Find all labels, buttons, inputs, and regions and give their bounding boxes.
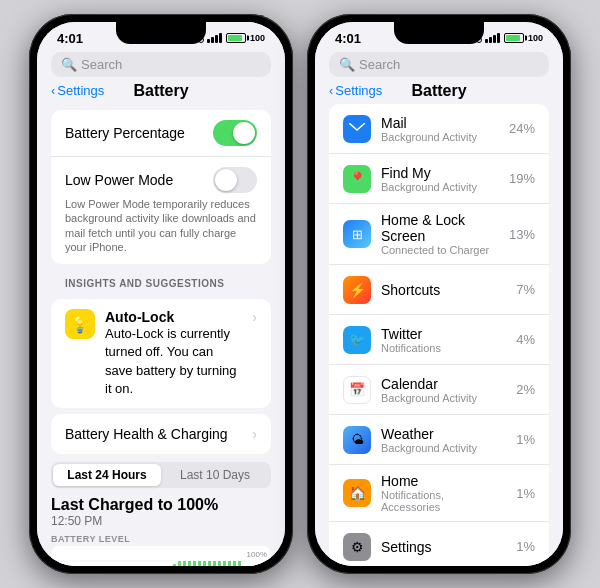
twitter-sub: Notifications <box>381 342 497 354</box>
mail-pct: 24% <box>507 121 535 136</box>
svg-rect-30 <box>188 561 191 566</box>
right-battery-icon <box>504 33 524 43</box>
right-battery-label: 100 <box>528 33 543 43</box>
app-usage-list: Mail Background Activity 24% 📍 Find My B… <box>329 104 549 566</box>
svg-rect-4 <box>58 564 61 566</box>
low-power-desc: Low Power Mode temporarily reduces backg… <box>65 197 257 254</box>
twitter-info: Twitter Notifications <box>381 326 497 354</box>
wifi-icon <box>198 33 222 43</box>
right-search-area: 🔍 Search <box>315 50 563 83</box>
battery-health-row[interactable]: Battery Health & Charging › <box>51 414 271 454</box>
mail-icon <box>343 115 371 143</box>
homelock-info: Home & Lock Screen Connected to Charger <box>381 212 497 256</box>
time-tabs: Last 24 Hours Last 10 Days <box>51 462 271 488</box>
right-status-bar: 4:01 SOS 100 <box>315 22 563 50</box>
low-power-toggle[interactable] <box>213 167 257 193</box>
svg-rect-28 <box>178 561 181 566</box>
list-item[interactable]: 📅 Calendar Background Activity 2% <box>329 365 549 415</box>
svg-rect-27 <box>173 564 176 566</box>
findmy-name: Find My <box>381 165 497 181</box>
findmy-info: Find My Background Activity <box>381 165 497 193</box>
settings-info: Settings <box>381 539 497 555</box>
svg-rect-32 <box>198 561 201 566</box>
right-search-bar[interactable]: 🔍 Search <box>329 52 549 77</box>
svg-rect-33 <box>203 561 206 566</box>
svg-rect-34 <box>208 561 211 566</box>
settings-icon: ⚙ <box>343 533 371 561</box>
battery-icon <box>226 33 246 43</box>
twitter-icon: 🐦 <box>343 326 371 354</box>
list-item[interactable]: ⚙ Settings 1% <box>329 522 549 566</box>
calendar-name: Calendar <box>381 376 497 392</box>
list-item[interactable]: ⊞ Home & Lock Screen Connected to Charge… <box>329 204 549 265</box>
left-back-button[interactable]: ‹ Settings <box>51 83 104 98</box>
calendar-icon: 📅 <box>343 376 371 404</box>
right-search-placeholder: Search <box>359 57 400 72</box>
right-back-button[interactable]: ‹ Settings <box>329 83 382 98</box>
right-page-content: Mail Background Activity 24% 📍 Find My B… <box>315 104 563 566</box>
autolock-desc: Auto-Lock is currently turned off. You c… <box>105 325 242 398</box>
tab-24h[interactable]: Last 24 Hours <box>53 464 161 486</box>
right-nav: ‹ Settings Battery <box>315 83 563 104</box>
right-time: 4:01 <box>335 31 361 46</box>
svg-rect-38 <box>228 561 231 566</box>
autolock-group: 💡 Auto-Lock Auto-Lock is currently turne… <box>51 299 271 408</box>
home-name: Home <box>381 473 497 489</box>
mail-name: Mail <box>381 115 497 131</box>
shortcuts-name: Shortcuts <box>381 282 497 298</box>
right-wifi-icon <box>476 33 500 43</box>
settings-pct: 1% <box>507 539 535 554</box>
search-icon: 🔍 <box>61 57 77 72</box>
battery-health-group: Battery Health & Charging › <box>51 414 271 454</box>
svg-rect-40 <box>238 561 241 566</box>
svg-rect-37 <box>223 561 226 566</box>
weather-icon: 🌤 <box>343 426 371 454</box>
list-item[interactable]: 🏠 Home Notifications, Accessories 1% <box>329 465 549 522</box>
tab-10d[interactable]: Last 10 Days <box>161 464 269 486</box>
left-back-label: Settings <box>57 83 104 98</box>
list-item[interactable]: 📍 Find My Background Activity 19% <box>329 154 549 204</box>
calendar-sub: Background Activity <box>381 392 497 404</box>
list-item[interactable]: 🌤 Weather Background Activity 1% <box>329 415 549 465</box>
autolock-row[interactable]: 💡 Auto-Lock Auto-Lock is currently turne… <box>51 299 271 408</box>
findmy-icon: 📍 <box>343 165 371 193</box>
list-item[interactable]: 🐦 Twitter Notifications 4% <box>329 315 549 365</box>
battery-percentage-row: Battery Percentage <box>51 110 271 157</box>
battery-health-chevron: › <box>252 426 257 442</box>
right-back-label: Settings <box>335 83 382 98</box>
left-search-bar[interactable]: 🔍 Search <box>51 52 271 77</box>
battery-chart: 100% 50% 0% <box>51 546 271 566</box>
settings-app-name: Settings <box>381 539 497 555</box>
home-icon: 🏠 <box>343 479 371 507</box>
charge-title: Last Charged to 100% <box>51 496 271 514</box>
charge-time: 12:50 PM <box>51 514 271 528</box>
right-sos-label: SOS <box>451 33 472 44</box>
list-item[interactable]: ⚡ Shortcuts 7% <box>329 265 549 315</box>
findmy-pct: 19% <box>507 171 535 186</box>
shortcuts-pct: 7% <box>507 282 535 297</box>
svg-rect-36 <box>218 561 221 566</box>
right-page-title: Battery <box>411 82 466 100</box>
battery-label: 100 <box>250 33 265 43</box>
left-search-area: 🔍 Search <box>37 50 285 83</box>
left-status-right: SOS 100 <box>173 33 265 44</box>
charge-info: Last Charged to 100% 12:50 PM <box>37 492 285 530</box>
list-item[interactable]: Mail Background Activity 24% <box>329 104 549 154</box>
left-nav: ‹ Settings Battery <box>37 83 285 104</box>
right-back-chevron: ‹ <box>329 83 333 98</box>
battery-level-label: BATTERY LEVEL <box>37 530 285 546</box>
mail-info: Mail Background Activity <box>381 115 497 143</box>
weather-pct: 1% <box>507 432 535 447</box>
left-page-content: Battery Percentage Low Power Mode Low <box>37 104 285 566</box>
home-pct: 1% <box>507 486 535 501</box>
homelock-sub: Connected to Charger <box>381 244 497 256</box>
svg-rect-3 <box>53 561 56 566</box>
autolock-icon: 💡 <box>65 309 95 339</box>
battery-percentage-label: Battery Percentage <box>65 125 185 141</box>
battery-percentage-toggle[interactable] <box>213 120 257 146</box>
autolock-chevron: › <box>252 309 257 325</box>
sos-label: SOS <box>173 33 194 44</box>
chart-y-labels: 100% 50% 0% <box>247 546 267 566</box>
right-status-right: SOS 100 <box>451 33 543 44</box>
shortcuts-info: Shortcuts <box>381 282 497 298</box>
